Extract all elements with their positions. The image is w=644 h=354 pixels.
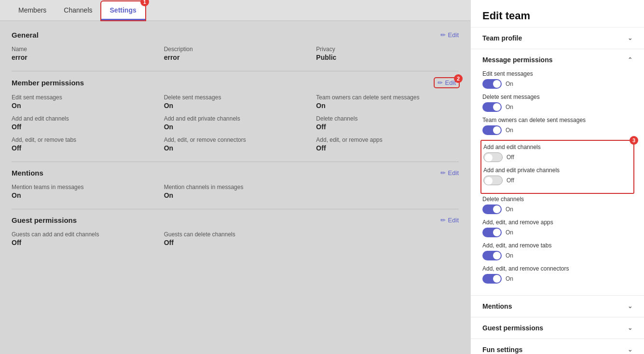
perm-delete-sent: Delete sent messages On [482, 94, 632, 112]
perm-delete-channels: Delete channels On [482, 196, 632, 214]
delete-channels-field: Delete channels Off [316, 115, 459, 131]
accordion-message-permissions: Message permissions ⌃ Edit sent messages… [471, 49, 644, 296]
divider-3 [12, 209, 459, 209]
team-profile-label: Team profile [482, 34, 522, 42]
toggle-delete-channels-text: On [506, 206, 513, 213]
toggle-delete-channels[interactable] [482, 204, 502, 214]
toggle-connectors[interactable] [482, 274, 502, 284]
delete-sent-field: Delete sent messages On [164, 94, 307, 109]
toggle-thumb [493, 80, 501, 88]
perm-add-edit-channels: Add and edit channels Off [483, 144, 631, 162]
message-permissions-label: Message permissions [482, 56, 553, 64]
name-label: Name [12, 46, 154, 53]
toggle-edit-sent-text: On [506, 81, 513, 87]
description-label: Description [164, 46, 307, 53]
toggle-delete-sent[interactable] [482, 102, 502, 112]
toggle-add-edit-private[interactable] [483, 176, 503, 185]
perm-edit-sent: Edit sent messages On [482, 70, 632, 89]
toggle-owners-delete-text: On [506, 127, 513, 134]
privacy-label: Privacy [316, 46, 459, 53]
pencil-icon: ✏ [440, 31, 446, 39]
message-permissions-header[interactable]: Message permissions ⌃ [471, 49, 644, 70]
right-panel: Edit team Team profile ⌄ Message permiss… [470, 0, 644, 354]
divider-1 [12, 71, 459, 71]
tabs-bar: Members Channels Settings 1 [0, 0, 470, 21]
mentions-edit-button[interactable]: ✏ Edit [440, 169, 459, 177]
privacy-field: Privacy Public [316, 46, 459, 61]
guest-permissions-fields: Guests can add and edit channels Off Gue… [12, 231, 459, 246]
perm-apps: Add, edit, and remove apps On [482, 219, 632, 237]
edit-badge: 2 [454, 74, 463, 83]
general-edit-button[interactable]: ✏ Edit [440, 31, 459, 39]
general-section: General ✏ Edit Name error Description er… [12, 31, 459, 61]
description-value: error [164, 54, 307, 61]
chevron-up-icon: ⌃ [628, 56, 632, 63]
perm-owners-delete: Team owners can delete sent messages On [482, 117, 632, 135]
general-title: General [12, 31, 39, 39]
chevron-down-icon: ⌄ [628, 35, 632, 41]
privacy-value: Public [316, 54, 459, 61]
mentions-section: Mentions ✏ Edit Mention teams in message… [12, 169, 459, 199]
accordion-mentions: Mentions ⌄ [471, 296, 644, 317]
toggle-apps-text: On [506, 229, 513, 236]
add-edit-channels-field: Add and edit channels Off [12, 115, 154, 131]
mentions-title: Mentions [12, 169, 43, 177]
tab-members[interactable]: Members [10, 1, 55, 20]
add-edit-private-field: Add and edit private channels On [164, 115, 307, 131]
description-field: Description error [164, 46, 307, 61]
tab-channels[interactable]: Channels [55, 1, 101, 20]
edit-team-title: Edit team [471, 0, 644, 27]
connectors-field: Add, edit, or remove connectors On [164, 136, 307, 152]
chevron-down-icon-4: ⌄ [628, 346, 632, 353]
toggle-tabs-text: On [506, 252, 513, 259]
name-field: Name error [12, 46, 154, 61]
general-fields: Name error Description error Privacy Pub… [12, 46, 459, 61]
fun-settings-accordion-label: Fun settings [482, 346, 522, 354]
guest-delete-field: Guests can delete channels Off [164, 231, 307, 246]
toggle-owners-delete[interactable] [482, 125, 502, 135]
toggle-tabs[interactable] [482, 251, 502, 260]
owners-delete-field: Team owners can delete sent messages On [316, 94, 459, 109]
mentions-accordion-label: Mentions [482, 302, 512, 310]
member-permissions-header: Member permissions ✏ Edit 2 [12, 78, 459, 87]
pencil-icon-3: ✏ [440, 169, 446, 177]
guest-permissions-accordion-label: Guest permissions [482, 324, 543, 332]
toggle-edit-sent[interactable] [482, 79, 502, 89]
name-value: error [12, 54, 154, 61]
pencil-icon-4: ✏ [440, 217, 446, 224]
accordion-fun-settings: Fun settings ⌄ [471, 339, 644, 354]
perm-add-edit-private: Add and edit private channels Off [483, 167, 631, 185]
toggle-add-edit-channels[interactable] [483, 152, 503, 162]
edit-sent-field: Edit sent messages On [12, 94, 154, 109]
general-header: General ✏ Edit [12, 31, 459, 39]
team-profile-header[interactable]: Team profile ⌄ [471, 27, 644, 49]
accordion-guest-permissions: Guest permissions ⌄ [471, 317, 644, 339]
chevron-down-icon-2: ⌄ [628, 303, 632, 310]
toggle-add-edit-private-text: Off [507, 177, 514, 184]
guest-add-edit-field: Guests can add and edit channels Off [12, 231, 154, 246]
fun-settings-accordion-header[interactable]: Fun settings ⌄ [471, 339, 644, 354]
accordion-team-profile: Team profile ⌄ [471, 27, 644, 49]
toggle-add-edit-channels-text: Off [507, 154, 514, 161]
mention-channels-field: Mention channels in messages On [164, 184, 307, 199]
highlighted-permissions: 3 Add and edit channels Off Add and edit… [480, 140, 634, 194]
mentions-fields: Mention teams in messages On Mention cha… [12, 184, 459, 199]
apps-field: Add, edit, or remove apps Off [316, 136, 459, 152]
left-panel: Members Channels Settings 1 General ✏ Ed… [0, 0, 470, 354]
toggle-apps[interactable] [482, 228, 502, 237]
content-area: General ✏ Edit Name error Description er… [0, 21, 470, 266]
perm-tabs: Add, edit, and remove tabs On [482, 242, 632, 260]
mention-teams-field: Mention teams in messages On [12, 184, 154, 199]
perm-connectors: Add, edit, and remove connectors On [482, 265, 632, 284]
guest-permissions-edit-button[interactable]: ✏ Edit [440, 217, 459, 224]
tab-settings[interactable]: Settings [101, 1, 145, 20]
mentions-accordion-header[interactable]: Mentions ⌄ [471, 296, 644, 317]
settings-badge: 1 [140, 0, 149, 6]
highlighted-badge: 3 [630, 136, 638, 145]
guest-permissions-accordion-header[interactable]: Guest permissions ⌄ [471, 317, 644, 339]
member-permissions-title: Member permissions [12, 79, 84, 87]
pencil-icon-2: ✏ [438, 79, 443, 86]
tabs-field: Add, edit, or remove tabs Off [12, 136, 154, 152]
divider-2 [12, 162, 459, 162]
member-permissions-fields: Edit sent messages On Delete sent messag… [12, 94, 459, 152]
